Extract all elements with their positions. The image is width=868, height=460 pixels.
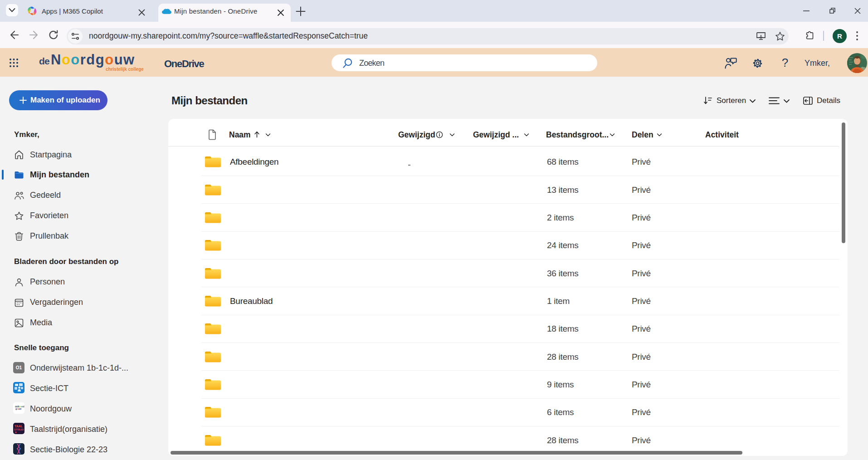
svg-text:Noordgouw: Noordgouw: [51, 52, 135, 68]
svg-text:TAAL: TAAL: [15, 425, 23, 428]
svg-text:de: de: [39, 56, 49, 66]
svg-text:christelijk college: christelijk college: [106, 67, 144, 72]
svg-text:STRIJD: STRIJD: [14, 428, 24, 431]
svg-text:gouw: gouw: [15, 407, 21, 410]
